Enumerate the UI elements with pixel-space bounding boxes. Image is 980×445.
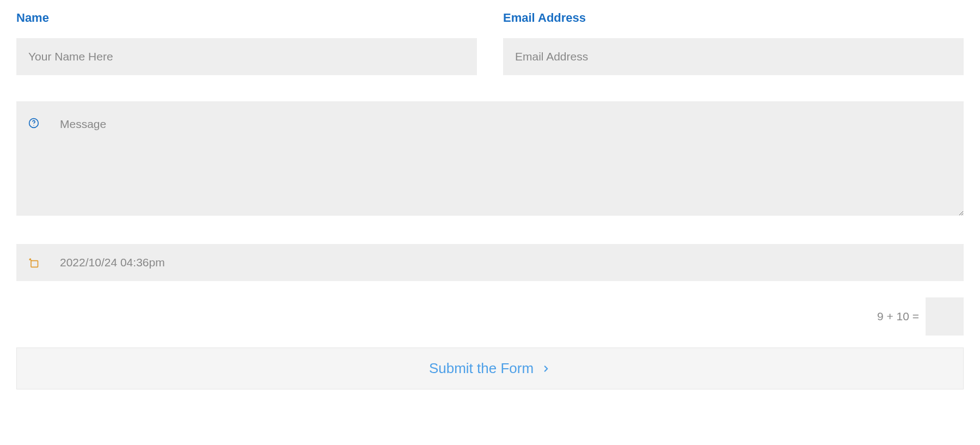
captcha-row: 9 + 10 = — [16, 297, 964, 336]
form-row-top: Name Email Address — [16, 11, 964, 75]
datetime-input[interactable] — [16, 244, 964, 281]
email-field-group: Email Address — [503, 11, 964, 75]
name-input[interactable] — [16, 38, 477, 75]
submit-button[interactable]: Submit the Form — [16, 348, 964, 389]
email-label: Email Address — [503, 11, 964, 25]
email-input[interactable] — [503, 38, 964, 75]
captcha-input[interactable] — [926, 297, 964, 336]
message-field-group — [16, 101, 964, 218]
name-field-group: Name — [16, 11, 477, 75]
chevron-right-icon — [541, 364, 551, 374]
contact-form: Name Email Address — [16, 11, 964, 389]
datetime-field-group — [16, 244, 964, 281]
name-label: Name — [16, 11, 477, 25]
captcha-question: 9 + 10 = — [877, 310, 919, 323]
submit-button-label: Submit the Form — [429, 360, 534, 377]
message-textarea[interactable] — [16, 101, 964, 216]
